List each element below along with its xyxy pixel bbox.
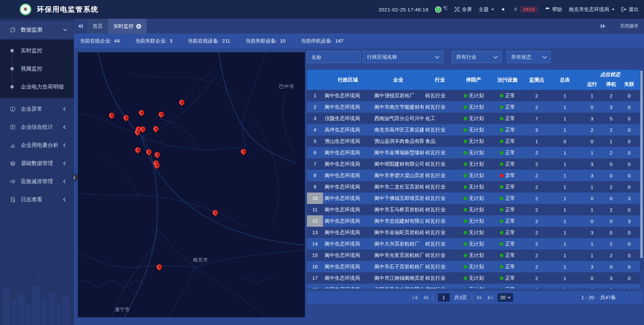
table-row[interactable]: 7阆中生态环境局阆中明阳建材有限公司砖瓦行业无计划正常21300: [307, 158, 640, 170]
cell-lost: 0: [619, 230, 640, 235]
cell-company: 阆中市光富页岩机砖厂: [373, 252, 424, 259]
region-filter-select[interactable]: 行政区域名称: [363, 51, 443, 63]
tab-home[interactable]: 首页: [87, 19, 108, 34]
tab-realtime-monitor[interactable]: 实时监控 ×: [108, 19, 147, 34]
sidebar-item-video-monitor[interactable]: 视频监控: [0, 60, 74, 78]
table-row[interactable]: 10阆中生态环境局阆中千佛镇五郎垭页岩砖瓦行业无计划正常21003: [307, 193, 640, 204]
phone-icon: [545, 7, 550, 12]
sidebar-item-log-view[interactable]: 日志查看: [0, 191, 74, 208]
cell-company: 阆中千佛镇五郎垭页岩: [373, 195, 424, 202]
table-row[interactable]: 17阆中生态环境局阆中市江南镇阆南页岩砖瓦行业无计划正常21030: [307, 272, 640, 284]
cell-facility-status: 正常: [491, 195, 524, 202]
map-city-label: 巴中市: [279, 84, 294, 90]
page-size-select[interactable]: 20: [497, 293, 513, 302]
cell-industry: 砖瓦行业: [424, 218, 456, 224]
sidebar-item-realtime-monitor[interactable]: 实时监控: [0, 42, 74, 60]
statistics-icon: [9, 124, 16, 130]
cell-meters: 1: [549, 275, 580, 281]
cell-run: 1: [580, 184, 604, 190]
cell-run: 0: [580, 196, 604, 201]
cell-region: 阆中生态环境局: [323, 161, 373, 167]
table-row[interactable]: 11阆中生态环境局阆中市五马桥页岩机砖砖瓦行业无计划正常21120: [307, 204, 640, 215]
table-row[interactable]: 15阆中生态环境局阆中市光富页岩机砖厂砖瓦行业无计划正常21120: [307, 250, 640, 261]
stat-item: 当前在线设备: 211: [188, 38, 230, 44]
cell-run: 2: [580, 127, 604, 133]
logout-button[interactable]: 退出: [621, 6, 639, 13]
sidebar-item-power-analysis[interactable]: 企业用电量分析: [0, 137, 74, 154]
table-row[interactable]: 8阆中生态环境局阆中市枣碧大梁山页岩砖瓦行业无计划异常21300: [307, 170, 640, 181]
cell-stop-limit-status: 无计划: [456, 184, 491, 190]
cell-lost: 0: [619, 287, 640, 289]
next-page-button[interactable]: [477, 295, 482, 300]
top-header: 环保用电监管系统 2021-02-25 17:46:18 0 ℃ 全屏 主题 2…: [0, 0, 644, 19]
sidebar-item-base-data[interactable]: 基础数据管理: [0, 155, 74, 172]
alarm-count[interactable]: 2632: [513, 6, 538, 13]
cell-company: 阆中强锐页岩砖厂: [373, 93, 424, 99]
scrollbar-thumb[interactable]: [640, 70, 643, 258]
col-company: 企业: [373, 77, 424, 83]
cell-points: 2: [524, 275, 549, 281]
cell-facility-status: 正常: [491, 286, 524, 289]
name-search-input[interactable]: [311, 54, 356, 60]
cell-stopped: 2: [604, 150, 619, 156]
table-row[interactable]: 4高坪生态环境局南充市高坪区王家店建砖瓦行业无计划正常31220: [307, 124, 640, 136]
row-index: 5: [307, 136, 323, 147]
cell-meters: 1: [549, 253, 580, 258]
table-row[interactable]: 9阆中生态环境局阆中市二龙长宝页岩砖砖瓦行业无计划正常21120: [307, 181, 640, 193]
cell-stop-limit-status: 无计划: [456, 104, 491, 110]
mute-button[interactable]: [501, 7, 506, 12]
table-row[interactable]: 18南部生态环境局南部县珠华水泥有限公建材行业无计划正常60060: [307, 284, 640, 288]
cell-company: 阆中市五马桥页岩机砖: [373, 207, 424, 213]
org-dropdown[interactable]: 南充市生态环境局: [569, 6, 614, 13]
sidebar-item-power-load-detail[interactable]: 企业电力负荷明细: [0, 78, 74, 96]
table-row[interactable]: 12阆中生态环境局阆中市忠信建材有限公砖瓦行业无计划正常21003: [307, 215, 640, 227]
theme-dropdown[interactable]: 主题: [479, 6, 494, 13]
sidebar-item-enterprise-abnormal[interactable]: 企业异常: [0, 101, 74, 117]
col-points: 监测点: [524, 77, 549, 83]
status-filter-select[interactable]: 所有状态: [507, 51, 550, 63]
row-index: 16: [307, 261, 323, 272]
close-icon[interactable]: ×: [136, 24, 141, 29]
table-row[interactable]: 16阆中生态环境局阆中市石子页岩机砖厂砖瓦行业无计划正常21300: [307, 261, 640, 272]
close-operations-button[interactable]: 关闭操作: [620, 23, 639, 29]
sidebar-item-emergency-reduction[interactable]: 应急减排管理: [0, 173, 74, 190]
cell-facility-status: 正常: [491, 241, 524, 247]
cell-facility-status: 正常: [491, 161, 524, 167]
cell-points: 2: [524, 161, 549, 167]
cell-meters: 0: [549, 287, 580, 289]
cell-stopped: 1: [604, 139, 619, 144]
last-page-button[interactable]: [487, 295, 493, 300]
cell-region: 阆中生态环境局: [323, 172, 373, 179]
table-row[interactable]: 1阆中生态环境局阆中强锐页岩砖厂砖瓦行业无计划正常21120: [307, 90, 640, 101]
first-page-button[interactable]: [412, 295, 418, 300]
prev-page-button[interactable]: [423, 295, 428, 300]
cell-stopped: 0: [604, 264, 619, 270]
cell-run: 3: [580, 161, 604, 167]
help-button[interactable]: 帮助: [545, 6, 562, 13]
sidebar-item-enterprise-statistics[interactable]: 企业综合统计: [0, 119, 74, 136]
table-row[interactable]: 3仪陇生态环境局西南油气田分公司川中化工无计划正常71350: [307, 113, 640, 124]
cell-points: 2: [524, 230, 549, 235]
chevron-down-icon: [507, 295, 511, 299]
table-row[interactable]: 13阆中生态环境局阆中市金福旺页岩机砖砖瓦行业无计划正常21300: [307, 227, 640, 238]
table-scrollbar[interactable]: [640, 70, 643, 271]
map-panel[interactable]: 巴中市南充市遂宁市: [78, 52, 305, 317]
cell-region: 阆中生态环境局: [323, 229, 373, 236]
page-number-input[interactable]: [438, 293, 449, 302]
fullscreen-button[interactable]: 全屏: [454, 6, 472, 13]
table-row[interactable]: 5营山生态环境局营山县润丰肉食品有限食品无计划正常10010: [307, 136, 640, 147]
cell-stop-limit-status: 无计划: [456, 207, 491, 213]
tabs-scroll-left-button[interactable]: [74, 19, 87, 34]
app-title: 环保用电监管系统: [37, 5, 99, 14]
cell-region: 阆中生态环境局: [323, 93, 373, 99]
cell-facility-status: 正常: [491, 138, 524, 145]
row-index: 1: [307, 90, 323, 101]
table-row[interactable]: 2阆中生态环境局阆中市南方节能建材有砖瓦行业无计划正常21030: [307, 101, 640, 113]
tabs-scroll-right-button[interactable]: [596, 24, 610, 29]
table-row[interactable]: 6阆中生态环境局阆中市金博瑞新型墙材砖瓦行业无计划正常21120: [307, 147, 640, 158]
table-row[interactable]: 14阆中生态环境局阆中大兴页岩机砖厂砖瓦行业无计划正常21120: [307, 238, 640, 250]
industry-filter-select[interactable]: 所有行业: [452, 51, 501, 63]
cell-run: 0: [580, 104, 604, 110]
sidebar-item-data-monitor[interactable]: 数据监测: [0, 21, 74, 38]
gauge-icon: [9, 26, 16, 33]
